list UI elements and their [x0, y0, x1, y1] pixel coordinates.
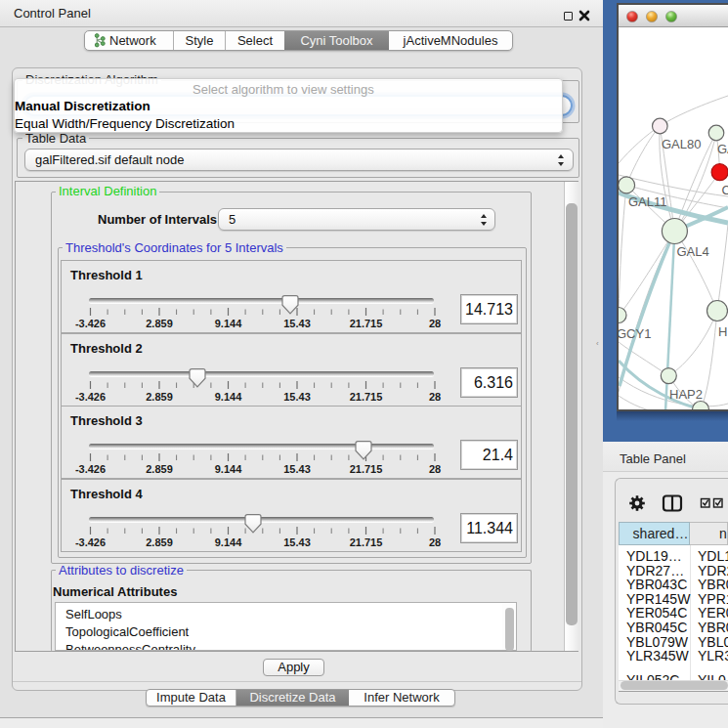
- svg-text:GA: GA: [717, 142, 728, 156]
- svg-text:CD: CD: [722, 183, 728, 197]
- svg-text:GAL4: GAL4: [677, 244, 709, 259]
- svg-text:HI: HI: [718, 324, 728, 339]
- svg-text:GAL11: GAL11: [628, 194, 667, 209]
- svg-text:GAL80: GAL80: [662, 137, 701, 151]
- svg-text:HAP2: HAP2: [669, 387, 703, 402]
- svg-text:GCY1: GCY1: [619, 326, 651, 341]
